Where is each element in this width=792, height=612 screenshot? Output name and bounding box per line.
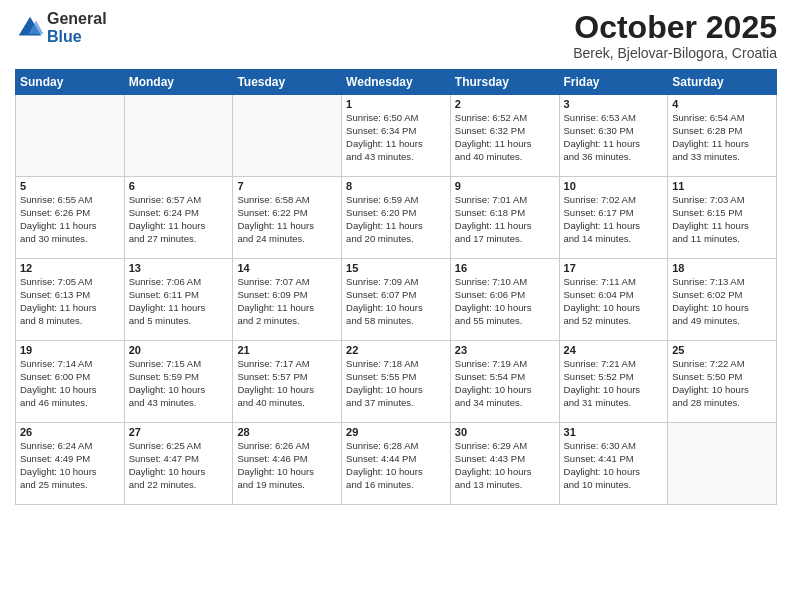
day-number: 10 xyxy=(564,180,664,192)
logo-blue-text: Blue xyxy=(47,28,107,46)
day-number: 17 xyxy=(564,262,664,274)
day-number: 23 xyxy=(455,344,555,356)
day-info: Sunrise: 6:29 AM Sunset: 4:43 PM Dayligh… xyxy=(455,440,555,491)
day-info: Sunrise: 7:21 AM Sunset: 5:52 PM Dayligh… xyxy=(564,358,664,409)
calendar-day-cell: 26Sunrise: 6:24 AM Sunset: 4:49 PM Dayli… xyxy=(16,423,125,505)
calendar-day-cell: 27Sunrise: 6:25 AM Sunset: 4:47 PM Dayli… xyxy=(124,423,233,505)
logo-general-text: General xyxy=(47,10,107,28)
location: Berek, Bjelovar-Bilogora, Croatia xyxy=(573,45,777,61)
day-info: Sunrise: 6:26 AM Sunset: 4:46 PM Dayligh… xyxy=(237,440,337,491)
day-info: Sunrise: 7:11 AM Sunset: 6:04 PM Dayligh… xyxy=(564,276,664,327)
weekday-header: Tuesday xyxy=(233,70,342,95)
calendar-day-cell: 15Sunrise: 7:09 AM Sunset: 6:07 PM Dayli… xyxy=(342,259,451,341)
day-number: 19 xyxy=(20,344,120,356)
day-number: 2 xyxy=(455,98,555,110)
day-number: 15 xyxy=(346,262,446,274)
day-info: Sunrise: 6:25 AM Sunset: 4:47 PM Dayligh… xyxy=(129,440,229,491)
day-number: 3 xyxy=(564,98,664,110)
day-number: 14 xyxy=(237,262,337,274)
calendar-day-cell: 13Sunrise: 7:06 AM Sunset: 6:11 PM Dayli… xyxy=(124,259,233,341)
day-info: Sunrise: 6:24 AM Sunset: 4:49 PM Dayligh… xyxy=(20,440,120,491)
calendar-day-cell xyxy=(124,95,233,177)
day-number: 26 xyxy=(20,426,120,438)
calendar: SundayMondayTuesdayWednesdayThursdayFrid… xyxy=(15,69,777,505)
day-info: Sunrise: 6:58 AM Sunset: 6:22 PM Dayligh… xyxy=(237,194,337,245)
day-info: Sunrise: 7:01 AM Sunset: 6:18 PM Dayligh… xyxy=(455,194,555,245)
day-number: 21 xyxy=(237,344,337,356)
day-info: Sunrise: 7:10 AM Sunset: 6:06 PM Dayligh… xyxy=(455,276,555,327)
day-number: 4 xyxy=(672,98,772,110)
day-info: Sunrise: 7:15 AM Sunset: 5:59 PM Dayligh… xyxy=(129,358,229,409)
calendar-day-cell: 10Sunrise: 7:02 AM Sunset: 6:17 PM Dayli… xyxy=(559,177,668,259)
day-number: 6 xyxy=(129,180,229,192)
logo-icon xyxy=(15,13,45,43)
day-number: 18 xyxy=(672,262,772,274)
calendar-day-cell: 17Sunrise: 7:11 AM Sunset: 6:04 PM Dayli… xyxy=(559,259,668,341)
day-number: 28 xyxy=(237,426,337,438)
month-title: October 2025 xyxy=(573,10,777,45)
day-number: 13 xyxy=(129,262,229,274)
weekday-header: Wednesday xyxy=(342,70,451,95)
day-info: Sunrise: 6:59 AM Sunset: 6:20 PM Dayligh… xyxy=(346,194,446,245)
calendar-week-row: 1Sunrise: 6:50 AM Sunset: 6:34 PM Daylig… xyxy=(16,95,777,177)
day-info: Sunrise: 7:17 AM Sunset: 5:57 PM Dayligh… xyxy=(237,358,337,409)
day-number: 5 xyxy=(20,180,120,192)
calendar-day-cell: 7Sunrise: 6:58 AM Sunset: 6:22 PM Daylig… xyxy=(233,177,342,259)
day-info: Sunrise: 6:53 AM Sunset: 6:30 PM Dayligh… xyxy=(564,112,664,163)
calendar-day-cell xyxy=(233,95,342,177)
day-info: Sunrise: 6:57 AM Sunset: 6:24 PM Dayligh… xyxy=(129,194,229,245)
calendar-day-cell: 30Sunrise: 6:29 AM Sunset: 4:43 PM Dayli… xyxy=(450,423,559,505)
day-info: Sunrise: 6:52 AM Sunset: 6:32 PM Dayligh… xyxy=(455,112,555,163)
calendar-day-cell: 1Sunrise: 6:50 AM Sunset: 6:34 PM Daylig… xyxy=(342,95,451,177)
day-info: Sunrise: 7:02 AM Sunset: 6:17 PM Dayligh… xyxy=(564,194,664,245)
calendar-day-cell: 25Sunrise: 7:22 AM Sunset: 5:50 PM Dayli… xyxy=(668,341,777,423)
calendar-day-cell: 9Sunrise: 7:01 AM Sunset: 6:18 PM Daylig… xyxy=(450,177,559,259)
day-info: Sunrise: 7:13 AM Sunset: 6:02 PM Dayligh… xyxy=(672,276,772,327)
day-number: 8 xyxy=(346,180,446,192)
calendar-day-cell: 23Sunrise: 7:19 AM Sunset: 5:54 PM Dayli… xyxy=(450,341,559,423)
day-info: Sunrise: 6:30 AM Sunset: 4:41 PM Dayligh… xyxy=(564,440,664,491)
logo: General Blue xyxy=(15,10,107,45)
title-block: October 2025 Berek, Bjelovar-Bilogora, C… xyxy=(573,10,777,61)
calendar-week-row: 5Sunrise: 6:55 AM Sunset: 6:26 PM Daylig… xyxy=(16,177,777,259)
calendar-day-cell: 6Sunrise: 6:57 AM Sunset: 6:24 PM Daylig… xyxy=(124,177,233,259)
day-info: Sunrise: 7:18 AM Sunset: 5:55 PM Dayligh… xyxy=(346,358,446,409)
day-number: 11 xyxy=(672,180,772,192)
calendar-day-cell: 19Sunrise: 7:14 AM Sunset: 6:00 PM Dayli… xyxy=(16,341,125,423)
calendar-day-cell: 18Sunrise: 7:13 AM Sunset: 6:02 PM Dayli… xyxy=(668,259,777,341)
calendar-day-cell: 14Sunrise: 7:07 AM Sunset: 6:09 PM Dayli… xyxy=(233,259,342,341)
day-number: 31 xyxy=(564,426,664,438)
day-number: 30 xyxy=(455,426,555,438)
calendar-week-row: 12Sunrise: 7:05 AM Sunset: 6:13 PM Dayli… xyxy=(16,259,777,341)
day-number: 20 xyxy=(129,344,229,356)
day-info: Sunrise: 7:19 AM Sunset: 5:54 PM Dayligh… xyxy=(455,358,555,409)
day-number: 29 xyxy=(346,426,446,438)
day-info: Sunrise: 6:50 AM Sunset: 6:34 PM Dayligh… xyxy=(346,112,446,163)
calendar-day-cell: 21Sunrise: 7:17 AM Sunset: 5:57 PM Dayli… xyxy=(233,341,342,423)
day-info: Sunrise: 6:54 AM Sunset: 6:28 PM Dayligh… xyxy=(672,112,772,163)
day-info: Sunrise: 7:05 AM Sunset: 6:13 PM Dayligh… xyxy=(20,276,120,327)
day-number: 9 xyxy=(455,180,555,192)
day-info: Sunrise: 7:03 AM Sunset: 6:15 PM Dayligh… xyxy=(672,194,772,245)
calendar-week-row: 26Sunrise: 6:24 AM Sunset: 4:49 PM Dayli… xyxy=(16,423,777,505)
calendar-day-cell: 11Sunrise: 7:03 AM Sunset: 6:15 PM Dayli… xyxy=(668,177,777,259)
day-info: Sunrise: 7:22 AM Sunset: 5:50 PM Dayligh… xyxy=(672,358,772,409)
day-info: Sunrise: 7:07 AM Sunset: 6:09 PM Dayligh… xyxy=(237,276,337,327)
calendar-day-cell: 20Sunrise: 7:15 AM Sunset: 5:59 PM Dayli… xyxy=(124,341,233,423)
day-info: Sunrise: 7:06 AM Sunset: 6:11 PM Dayligh… xyxy=(129,276,229,327)
calendar-day-cell: 31Sunrise: 6:30 AM Sunset: 4:41 PM Dayli… xyxy=(559,423,668,505)
logo-text: General Blue xyxy=(47,10,107,45)
weekday-header-row: SundayMondayTuesdayWednesdayThursdayFrid… xyxy=(16,70,777,95)
day-number: 12 xyxy=(20,262,120,274)
calendar-week-row: 19Sunrise: 7:14 AM Sunset: 6:00 PM Dayli… xyxy=(16,341,777,423)
day-number: 27 xyxy=(129,426,229,438)
day-info: Sunrise: 6:28 AM Sunset: 4:44 PM Dayligh… xyxy=(346,440,446,491)
header: General Blue October 2025 Berek, Bjelova… xyxy=(15,10,777,61)
day-info: Sunrise: 7:14 AM Sunset: 6:00 PM Dayligh… xyxy=(20,358,120,409)
calendar-day-cell: 8Sunrise: 6:59 AM Sunset: 6:20 PM Daylig… xyxy=(342,177,451,259)
calendar-day-cell: 28Sunrise: 6:26 AM Sunset: 4:46 PM Dayli… xyxy=(233,423,342,505)
calendar-day-cell: 24Sunrise: 7:21 AM Sunset: 5:52 PM Dayli… xyxy=(559,341,668,423)
weekday-header: Thursday xyxy=(450,70,559,95)
calendar-day-cell: 22Sunrise: 7:18 AM Sunset: 5:55 PM Dayli… xyxy=(342,341,451,423)
day-number: 1 xyxy=(346,98,446,110)
